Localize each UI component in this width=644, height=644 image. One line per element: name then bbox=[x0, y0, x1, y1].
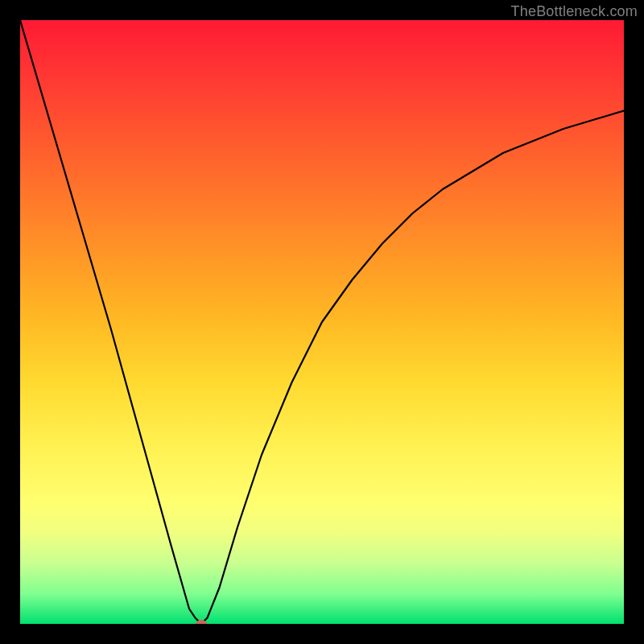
marker-dot bbox=[196, 620, 207, 624]
plot-area bbox=[20, 20, 624, 624]
watermark-text: TheBottleneck.com bbox=[511, 3, 638, 20]
chart-container: TheBottleneck.com bbox=[0, 0, 644, 644]
gradient-background bbox=[20, 20, 624, 624]
